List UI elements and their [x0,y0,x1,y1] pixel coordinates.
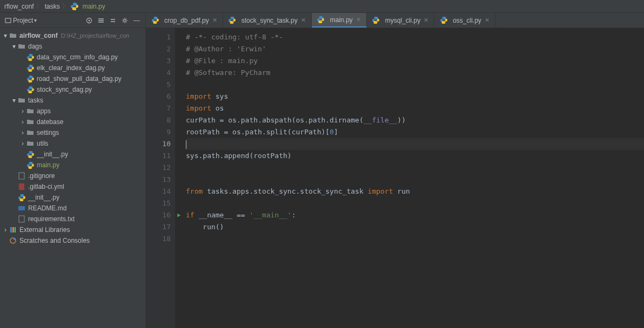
project-tree[interactable]: ▾ airflow_conf D:\HZ_project\airflow_con… [0,28,145,328]
tree-project-root[interactable]: ▾ airflow_conf D:\HZ_project\airflow_con [0,30,145,41]
python-file-icon [71,3,78,10]
expand-all-icon[interactable] [97,16,105,25]
tree-file[interactable]: road_show_pull_data_dag.py [0,73,145,84]
chevron-right-icon: › [2,226,9,234]
tree-scratches[interactable]: Scratches and Consoles [0,235,145,246]
folder-icon [26,140,35,147]
chevron-right-icon: 〉 [62,2,69,11]
code-editor[interactable]: 1 2 3 4 5 6 7 8 9 10 11 12 13 14 15 16 1… [146,28,644,328]
editor-tab[interactable]: mysql_cli.py ✕ [367,13,434,28]
tree-file-init[interactable]: __init__.py [0,149,145,160]
tree-label: main.py [37,161,59,169]
python-file-icon [151,17,159,24]
tree-file-init[interactable]: __init__.py [0,192,145,203]
chevron-right-icon: 〉 [36,2,43,11]
folder-icon [26,108,35,114]
tree-file-gitignore[interactable]: .gitignore [0,170,145,181]
svg-rect-8 [10,227,12,233]
tab-label: crop_db_pdf.py [164,17,209,24]
tree-label: data_sync_crm_info_dag.py [37,53,118,61]
tree-label: requirements.txt [28,215,75,223]
folder-icon [17,97,26,104]
caret-line [186,138,644,150]
python-file-icon [26,76,35,83]
tab-label: mysql_cli.py [385,17,420,24]
project-header-label: Project [13,17,33,24]
tree-label: __init__.py [28,194,59,201]
breadcrumb: rflow_conf 〉 tasks 〉 main.py [0,0,644,13]
breadcrumb-file[interactable]: main.py [83,3,105,10]
tab-label: oss_cli.py [453,17,481,24]
python-file-icon [372,17,380,24]
tree-file-gitlabci[interactable]: .gitlab-ci.yml [0,181,145,192]
python-file-icon [317,16,325,24]
chevron-right-icon: › [19,140,26,147]
tree-label: __init__.py [37,151,68,158]
svg-rect-7 [19,216,24,222]
tree-folder-database[interactable]: ›datebase [0,117,145,127]
close-icon[interactable]: ✕ [301,17,306,24]
chevron-down-icon: ▾ [11,97,17,104]
editor-tab[interactable]: crop_db_pdf.py ✕ [146,13,223,28]
svg-point-12 [14,238,16,240]
run-gutter-icon[interactable]: ▶ [177,209,181,221]
editor-tab-active[interactable]: main.py ✕ [312,13,367,28]
folder-icon [26,129,35,136]
hide-panel-icon[interactable]: — [132,16,141,25]
tree-folder-settings[interactable]: ›settings [0,127,145,138]
tree-label: datebase [37,118,63,126]
collapse-all-icon[interactable] [109,16,117,25]
tree-file-main[interactable]: main.py [0,160,145,170]
chevron-down-icon: ▾ [11,43,17,50]
tree-label: elk_clear_index_dag.py [37,64,105,72]
tree-file-requirements[interactable]: requirements.txt [0,214,145,224]
close-icon[interactable]: ✕ [424,17,428,24]
tab-label: stock_sync_task.py [242,17,298,24]
editor-tab-bar: crop_db_pdf.py ✕ stock_sync_task.py ✕ ma… [146,13,644,28]
tree-folder-tasks[interactable]: ▾ tasks [0,95,145,106]
scratch-icon [9,237,17,244]
breadcrumb-tasks[interactable]: tasks [45,3,60,10]
folder-icon [9,32,17,39]
tree-root-path: D:\HZ_project\airflow_con [61,32,130,39]
tree-file-readme[interactable]: README.md [0,203,145,214]
tree-folder-utils[interactable]: ›utils [0,138,145,149]
tree-label: road_show_pull_data_dag.py [37,75,122,83]
svg-rect-4 [19,173,24,179]
gutter[interactable]: 1 2 3 4 5 6 7 8 9 10 11 12 13 14 15 16 1… [146,28,175,328]
python-file-icon [440,17,447,24]
code-content[interactable]: # -*- coding: utf-8 -*- # @Author : 'Erw… [175,28,644,328]
tree-label: Scratches and Consoles [19,237,90,244]
project-dropdown-icon[interactable]: Project ▾ [4,17,37,24]
text-file-icon [17,215,26,223]
folder-icon [17,43,26,50]
svg-rect-10 [15,227,16,233]
svg-rect-9 [12,227,14,233]
tree-file[interactable]: elk_clear_index_dag.py [0,63,145,73]
editor-tab[interactable]: stock_sync_task.py ✕ [223,13,312,28]
breadcrumb-root[interactable]: rflow_conf [4,3,34,10]
python-file-icon [26,86,35,93]
python-file-icon [26,54,35,61]
tree-external-libraries[interactable]: › External Libraries [0,224,145,235]
folder-icon [26,119,35,125]
yaml-file-icon [17,183,26,190]
close-icon[interactable]: ✕ [356,16,361,23]
close-icon[interactable]: ✕ [485,17,489,24]
close-icon[interactable]: ✕ [212,17,217,24]
tree-file[interactable]: data_sync_crm_info_dag.py [0,52,145,63]
editor-tab[interactable]: oss_cli.py ✕ [434,13,495,28]
chevron-down-icon: ▾ [2,32,9,39]
tree-label: External Libraries [19,226,70,234]
python-file-icon [26,162,35,169]
tree-file[interactable]: stock_sync_dag.py [0,84,145,95]
library-icon [9,226,17,234]
chevron-right-icon: › [19,129,26,136]
tree-folder-dags[interactable]: ▾ dags [0,41,145,52]
tree-folder-apps[interactable]: ›apps [0,106,145,117]
settings-gear-icon[interactable] [120,16,129,25]
project-sidebar: Project ▾ — ▾ airflow_conf D:\HZ_project… [0,13,146,328]
locate-icon[interactable] [85,16,93,25]
tree-label: dags [28,43,42,50]
text-caret [186,140,186,149]
